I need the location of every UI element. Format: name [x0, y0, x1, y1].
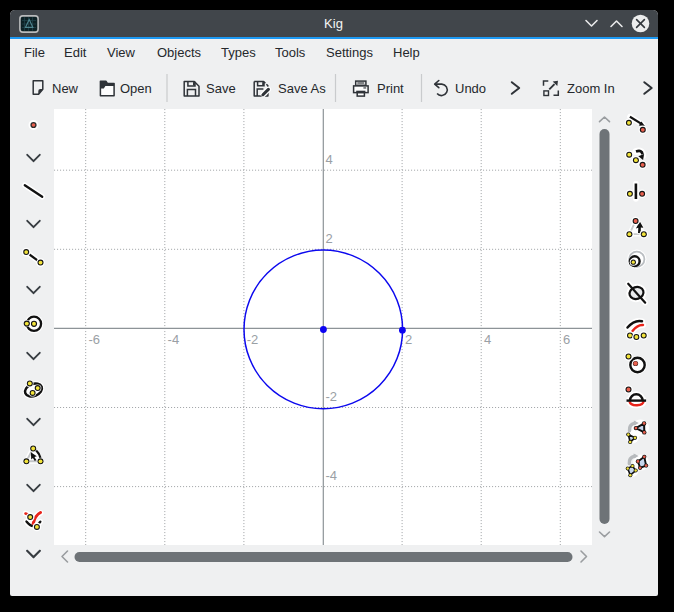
svg-text:-6: -6 [89, 332, 101, 347]
svg-text:-2: -2 [247, 332, 259, 347]
svg-text:4: 4 [326, 152, 333, 167]
svg-text:6: 6 [563, 332, 570, 347]
svg-text:2: 2 [326, 231, 333, 246]
svg-text:4: 4 [484, 332, 491, 347]
svg-text:-4: -4 [168, 332, 180, 347]
svg-text:-2: -2 [326, 389, 338, 404]
svg-text:-4: -4 [326, 468, 338, 483]
svg-text:2: 2 [405, 332, 412, 347]
